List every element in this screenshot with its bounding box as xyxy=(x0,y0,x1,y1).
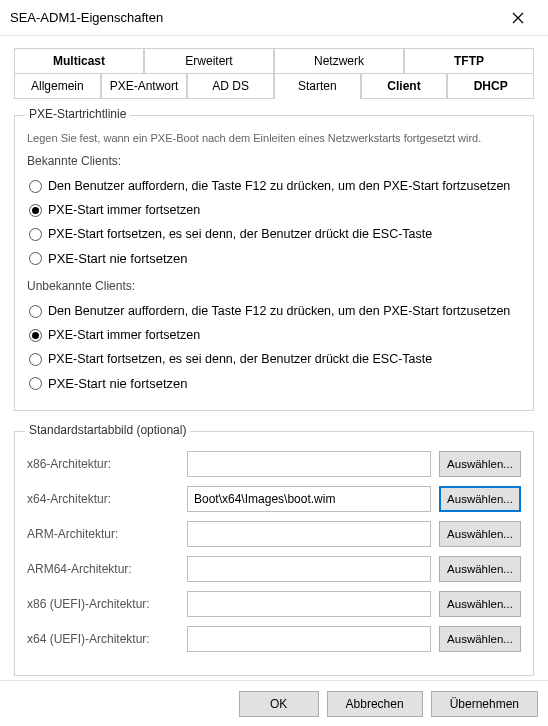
tabs-row-1: MulticastErweitertNetzwerkTFTP xyxy=(14,48,534,74)
close-icon xyxy=(512,12,524,24)
tabs-row-2: AllgemeinPXE-AntwortAD DSStartenClientDH… xyxy=(14,73,534,99)
arch-input-1[interactable] xyxy=(187,486,431,512)
titlebar: SEA-ADM1-Eigenschaften xyxy=(0,0,548,36)
unknown-option-2[interactable]: PXE-Start fortsetzen, es sei denn, der B… xyxy=(27,347,521,371)
known-option-0[interactable]: Den Benutzer auffordern, die Taste F12 z… xyxy=(27,174,521,198)
known-label-0: Den Benutzer auffordern, die Taste F12 z… xyxy=(48,179,510,193)
unknown-label-0: Den Benutzer auffordern, die Taste F12 z… xyxy=(48,304,510,318)
known-radio-2[interactable] xyxy=(29,228,42,241)
unknown-option-3[interactable]: PXE-Start nie fortsetzen xyxy=(27,371,521,396)
row1-tab-multicast[interactable]: Multicast xyxy=(14,48,144,73)
window-title: SEA-ADM1-Eigenschaften xyxy=(10,10,498,25)
unknown-label-3: PXE-Start nie fortsetzen xyxy=(48,376,187,391)
cancel-button[interactable]: Abbrechen xyxy=(327,691,423,717)
arch-select-button-4[interactable]: Auswählen... xyxy=(439,591,521,617)
bootimage-title: Standardstartabbild (optional) xyxy=(25,423,190,437)
arch-row-3: ARM64-Architektur:Auswählen... xyxy=(27,556,521,582)
row2-tab-ad-ds[interactable]: AD DS xyxy=(187,73,274,98)
arch-input-5[interactable] xyxy=(187,626,431,652)
arch-row-1: x64-Architektur:Auswählen... xyxy=(27,486,521,512)
arch-select-button-3[interactable]: Auswählen... xyxy=(439,556,521,582)
arch-input-0[interactable] xyxy=(187,451,431,477)
unknown-option-1[interactable]: PXE-Start immer fortsetzen xyxy=(27,323,521,347)
arch-label-3: ARM64-Architektur: xyxy=(27,562,179,576)
row2-tab-dhcp[interactable]: DHCP xyxy=(447,73,534,98)
known-option-3[interactable]: PXE-Start nie fortsetzen xyxy=(27,246,521,271)
ok-button[interactable]: OK xyxy=(239,691,319,717)
row2-tab-starten[interactable]: Starten xyxy=(274,73,361,98)
close-button[interactable] xyxy=(498,3,538,33)
row2-tab-client[interactable]: Client xyxy=(361,73,448,98)
arch-select-button-0[interactable]: Auswählen... xyxy=(439,451,521,477)
known-label-2: PXE-Start fortsetzen, es sei denn, der B… xyxy=(48,227,432,241)
arch-row-4: x86 (UEFI)-Architektur:Auswählen... xyxy=(27,591,521,617)
row1-tab-netzwerk[interactable]: Netzwerk xyxy=(274,48,404,73)
arch-label-5: x64 (UEFI)-Architektur: xyxy=(27,632,179,646)
arch-label-2: ARM-Architektur: xyxy=(27,527,179,541)
row1-tab-erweitert[interactable]: Erweitert xyxy=(144,48,274,73)
arch-label-1: x64-Architektur: xyxy=(27,492,179,506)
row1-tab-tftp[interactable]: TFTP xyxy=(404,48,534,73)
known-label-3: PXE-Start nie fortsetzen xyxy=(48,251,187,266)
unknown-radio-2[interactable] xyxy=(29,353,42,366)
arch-select-button-1[interactable]: Auswählen... xyxy=(439,486,521,512)
bootimage-group: Standardstartabbild (optional) x86-Archi… xyxy=(14,431,534,676)
unknown-radio-3[interactable] xyxy=(29,377,42,390)
arch-row-0: x86-Architektur:Auswählen... xyxy=(27,451,521,477)
arch-row-2: ARM-Architektur:Auswählen... xyxy=(27,521,521,547)
arch-label-0: x86-Architektur: xyxy=(27,457,179,471)
row2-tab-pxe-antwort[interactable]: PXE-Antwort xyxy=(101,73,188,98)
unknown-label-2: PXE-Start fortsetzen, es sei denn, der B… xyxy=(48,352,432,366)
arch-label-4: x86 (UEFI)-Architektur: xyxy=(27,597,179,611)
known-label-1: PXE-Start immer fortsetzen xyxy=(48,203,200,217)
dialog-content: MulticastErweitertNetzwerkTFTP Allgemein… xyxy=(0,36,548,726)
unknown-label-1: PXE-Start immer fortsetzen xyxy=(48,328,200,342)
unknown-radio-0[interactable] xyxy=(29,305,42,318)
pxe-policy-group: PXE-Startrichtlinie Legen Sie fest, wann… xyxy=(14,115,534,411)
known-clients-header: Bekannte Clients: xyxy=(27,154,521,168)
unknown-option-0[interactable]: Den Benutzer auffordern, die Taste F12 z… xyxy=(27,299,521,323)
row2-tab-allgemein[interactable]: Allgemein xyxy=(14,73,101,98)
arch-input-4[interactable] xyxy=(187,591,431,617)
pxe-policy-title: PXE-Startrichtlinie xyxy=(25,107,130,121)
known-radio-0[interactable] xyxy=(29,180,42,193)
known-radio-1[interactable] xyxy=(29,204,42,217)
arch-select-button-2[interactable]: Auswählen... xyxy=(439,521,521,547)
unknown-clients-header: Unbekannte Clients: xyxy=(27,279,521,293)
dialog-footer: OK Abbrechen Übernehmen xyxy=(0,680,548,726)
unknown-radio-1[interactable] xyxy=(29,329,42,342)
known-radio-3[interactable] xyxy=(29,252,42,265)
pxe-policy-desc: Legen Sie fest, wann ein PXE-Boot nach d… xyxy=(27,132,521,144)
arch-input-3[interactable] xyxy=(187,556,431,582)
arch-select-button-5[interactable]: Auswählen... xyxy=(439,626,521,652)
apply-button[interactable]: Übernehmen xyxy=(431,691,538,717)
known-option-1[interactable]: PXE-Start immer fortsetzen xyxy=(27,198,521,222)
known-option-2[interactable]: PXE-Start fortsetzen, es sei denn, der B… xyxy=(27,222,521,246)
arch-input-2[interactable] xyxy=(187,521,431,547)
arch-row-5: x64 (UEFI)-Architektur:Auswählen... xyxy=(27,626,521,652)
